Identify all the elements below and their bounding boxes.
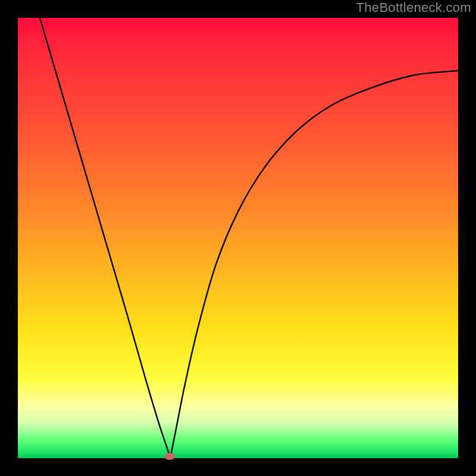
outer-black-frame: TheBottleneck.com (0, 0, 476, 476)
minimum-marker (18, 18, 458, 458)
minimum-marker-dot (164, 453, 175, 460)
gradient-plot-area (18, 18, 458, 458)
watermark-text: TheBottleneck.com (356, 0, 471, 15)
